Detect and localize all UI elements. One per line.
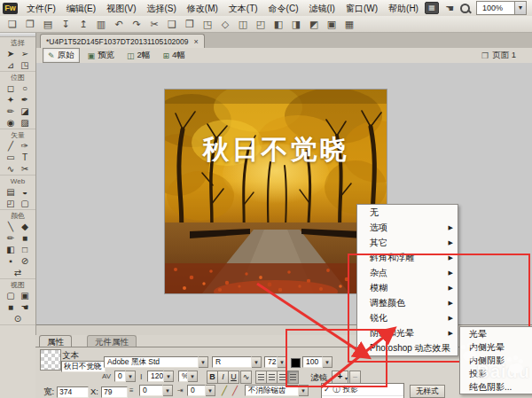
tab-properties[interactable]: 属性 [39,335,72,347]
zoom-tool[interactable]: ⊙ [11,313,25,324]
filter-adjust-color[interactable]: 调整颜色 ▶ [357,295,458,310]
slice-tool[interactable]: ▤ [4,186,18,198]
filter-blur[interactable]: 模糊 ▶ [357,280,458,295]
fill-swatch[interactable]: □ [18,244,32,255]
chevron-down-icon[interactable]: ▼ [188,371,198,382]
menu-file[interactable]: 文件(F) [21,1,61,16]
default-colors[interactable]: ▪ [4,255,18,267]
crop-tool[interactable]: ◳ [18,59,32,71]
menu-select[interactable]: 选择(S) [141,1,181,16]
pencil-tool[interactable]: ✏ [4,105,18,117]
redo-icon[interactable]: ↷ [128,18,145,31]
preview-4up[interactable]: ⊞ 4幅 [158,49,189,62]
object-name-field[interactable]: 秋日不觉晓 [61,361,106,372]
rectangle-tool[interactable]: ▭ [4,152,18,163]
align-right-icon[interactable]: ◨ [287,18,305,31]
stroke-color-well[interactable]: ✏ [4,232,18,244]
page-indicator[interactable]: ❐ 页面 1 [481,50,516,61]
stroke-swatch[interactable]: ■ [18,232,32,244]
filter-none[interactable]: 无 [357,205,458,220]
paste-icon[interactable]: ❒ [181,18,199,31]
menu-text[interactable]: 文本(T) [223,1,263,16]
filter-other[interactable]: 其它 ▶ [357,235,458,250]
ungroup-icon[interactable]: ◰ [252,18,270,31]
menu-window[interactable]: 窗口(W) [340,1,383,16]
chevron-down-icon[interactable]: ▼ [206,385,215,396]
filter-noise[interactable]: 杂点 ▶ [357,265,458,280]
underline-button[interactable]: U [228,371,239,384]
polygon-slice-tool[interactable]: ◰ [4,198,18,209]
chevron-down-icon[interactable]: ▼ [514,2,526,14]
fill-pen-icon[interactable]: ╱ [232,386,238,395]
save-icon[interactable]: ▤ [39,18,57,31]
undo-icon[interactable]: ↶ [110,18,128,31]
eyedropper-tool[interactable]: ╲ [4,221,18,232]
group-icon[interactable]: ◫ [234,18,252,31]
tab-symbol-properties[interactable]: 元件属性 [87,335,137,347]
line-tool[interactable]: ╱ [4,140,18,152]
freeform-tool[interactable]: ∿ [4,163,18,175]
filter-bevel-emboss[interactable]: 斜角和浮雕 ▶ [357,250,458,265]
chevron-down-icon[interactable]: ▼ [163,385,173,396]
menu-filters[interactable]: 滤镜(I) [303,1,340,16]
menu-commands[interactable]: 命令(C) [263,1,304,16]
strikethrough-button[interactable]: ∿ [240,371,252,384]
preview-original[interactable]: ✎ 原始 [43,48,80,63]
magic-wand-tool[interactable]: ✦ [4,94,18,105]
menu-modify[interactable]: 修改(M) [182,1,223,16]
chevron-down-icon[interactable]: ▼ [126,371,136,382]
text-tool[interactable]: T [18,152,32,163]
chevron-down-icon[interactable]: ▼ [299,385,309,396]
chevron-down-icon[interactable]: ▼ [252,356,262,368]
width-field[interactable]: 374 [57,386,89,398]
document-tab[interactable]: *U4P1T52D145F1037DT20131105102009 × [40,34,205,49]
extensions-icon[interactable]: ▦ [425,2,439,14]
submenu-glow[interactable]: 光晕 [460,327,532,340]
style-select[interactable]: 无样式 [410,385,445,398]
anti-alias-select[interactable]: 不消除锯齿 ▼ [245,385,309,396]
swap-colors[interactable]: ⇄ [11,267,25,278]
font-size-select[interactable]: 72 ▼ [264,356,287,368]
indent-select[interactable]: 0 ▼ [139,385,173,396]
leading-unit-select[interactable]: % ▼ [178,371,198,382]
no-color[interactable]: ⊘ [18,255,32,267]
preview-preview[interactable]: ▣ 预览 [83,49,120,62]
pen-tool[interactable]: ✑ [18,140,32,152]
paint-bucket-tool[interactable]: ◆ [18,221,32,232]
print-icon[interactable]: ▥ [92,18,110,31]
hand-tool-icon[interactable]: ☚ [445,2,454,14]
autumn-image[interactable]: 秋日不觉晓 [164,89,387,294]
menu-help[interactable]: 帮助(H) [383,1,424,16]
brush-tool[interactable]: ✒ [18,94,32,105]
hotspot-tool[interactable]: ◒ [18,186,32,198]
filter-options[interactable]: 选项 ▶ [357,220,458,235]
export-icon[interactable]: ↥ [74,18,92,31]
text-color-swatch[interactable] [291,358,301,368]
stroke-pen-icon[interactable]: ╱ [222,386,227,395]
subselection-tool[interactable]: ➢ [18,48,32,59]
align-justify-button[interactable] [287,371,299,384]
marquee-tool[interactable]: ◻ [4,82,18,94]
open-icon[interactable]: ❐ [21,18,39,31]
chevron-down-icon[interactable]: ▼ [278,356,287,368]
fill-color-well[interactable]: ◧ [4,244,18,255]
fullscreen-mode[interactable]: ■ [4,301,18,313]
copy-icon[interactable]: ❑ [163,18,181,31]
chevron-down-icon[interactable]: ▼ [164,371,174,382]
filter-list-item[interactable]: ✓ ⓘ 投影 [322,384,403,396]
x-field[interactable]: 79 [101,386,128,398]
free-transform-icon[interactable]: ◇ [216,18,234,31]
preview-2up[interactable]: ◫ 2幅 [122,49,154,62]
submenu-inner-shadow[interactable]: 内侧阴影 [460,354,532,367]
filter-shadow-glow[interactable]: 阴影和光晕 ▶ [357,325,458,340]
arrange-icon[interactable]: ▣ [323,18,340,31]
info-icon[interactable]: ⓘ [332,384,340,395]
crop-icon[interactable]: ◳ [199,18,216,31]
preview-window-icon[interactable]: ▦ [340,18,358,31]
font-family-select[interactable]: Adobe 黑体 Std ▼ [104,356,208,368]
chevron-down-icon[interactable]: ▼ [199,356,208,368]
hand-tool[interactable]: ☚ [18,301,32,313]
leading-select[interactable]: 120 ▼ [147,371,174,382]
font-style-select[interactable]: R ▼ [212,356,262,368]
menu-edit[interactable]: 编辑(E) [61,1,101,16]
